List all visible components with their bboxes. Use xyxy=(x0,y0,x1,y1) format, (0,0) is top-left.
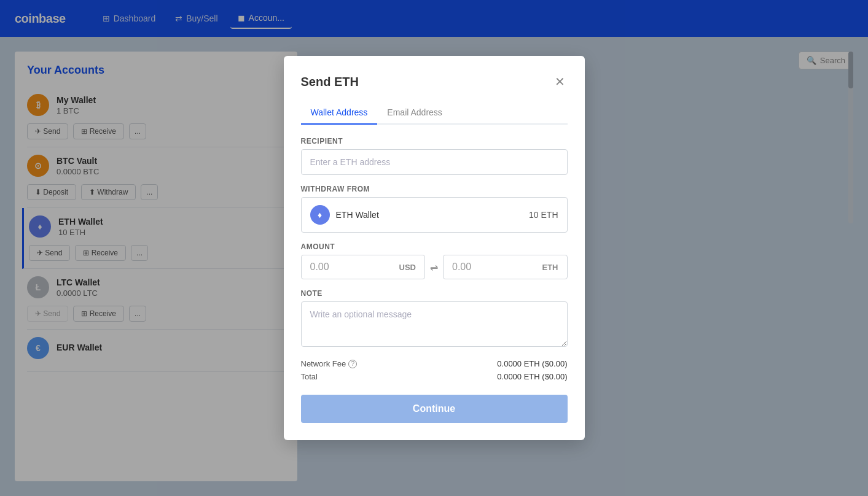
withdraw-eth-icon: ♦ xyxy=(310,205,330,225)
modal-header: Send ETH ✕ xyxy=(301,73,568,90)
network-fee-row: Network Fee ? 0.0000 ETH ($0.00) xyxy=(301,359,568,368)
tab-wallet-address[interactable]: Wallet Address xyxy=(301,103,378,125)
total-row: Total 0.0000 ETH ($0.00) xyxy=(301,372,568,381)
recipient-field-group: Recipient xyxy=(301,137,568,175)
withdraw-from-box[interactable]: ♦ ETH Wallet 10 ETH xyxy=(301,197,568,233)
total-label: Total xyxy=(301,372,318,381)
note-textarea[interactable] xyxy=(301,301,568,347)
modal-tabs: Wallet Address Email Address xyxy=(301,103,568,125)
recipient-label: Recipient xyxy=(301,137,568,145)
withdraw-from-field-group: Withdraw From ♦ ETH Wallet 10 ETH xyxy=(301,185,568,233)
note-field-group: Note xyxy=(301,289,568,349)
network-fee-help-icon[interactable]: ? xyxy=(348,360,357,368)
swap-icon[interactable]: ⇌ xyxy=(430,262,438,273)
network-fee-label: Network Fee ? xyxy=(301,359,358,368)
recipient-input[interactable] xyxy=(301,149,568,175)
total-value: 0.0000 ETH ($0.00) xyxy=(497,372,567,381)
modal-overlay: Send ETH ✕ Wallet Address Email Address … xyxy=(0,0,868,496)
send-eth-modal: Send ETH ✕ Wallet Address Email Address … xyxy=(284,56,585,440)
withdraw-wallet-balance: 10 ETH xyxy=(529,210,558,220)
withdraw-wallet-name: ETH Wallet xyxy=(336,210,379,220)
amount-usd-box[interactable]: USD xyxy=(301,255,426,279)
amount-eth-box[interactable]: ETH xyxy=(443,255,568,279)
amount-field-group: Amount USD ⇌ ETH xyxy=(301,242,568,279)
continue-button[interactable]: Continue xyxy=(301,395,568,423)
amount-row: USD ⇌ ETH xyxy=(301,255,568,279)
note-label: Note xyxy=(301,289,568,298)
amount-label: Amount xyxy=(301,242,568,251)
modal-title: Send ETH xyxy=(301,75,359,89)
amount-usd-currency: USD xyxy=(399,263,416,272)
withdraw-left: ♦ ETH Wallet xyxy=(310,205,379,225)
withdraw-from-label: Withdraw From xyxy=(301,185,568,193)
amount-eth-currency: ETH xyxy=(542,263,558,272)
tab-email-address[interactable]: Email Address xyxy=(377,103,452,125)
amount-eth-input[interactable] xyxy=(452,262,501,273)
close-modal-button[interactable]: ✕ xyxy=(552,73,568,90)
network-fee-value: 0.0000 ETH ($0.00) xyxy=(497,359,567,368)
amount-usd-input[interactable] xyxy=(310,262,359,273)
